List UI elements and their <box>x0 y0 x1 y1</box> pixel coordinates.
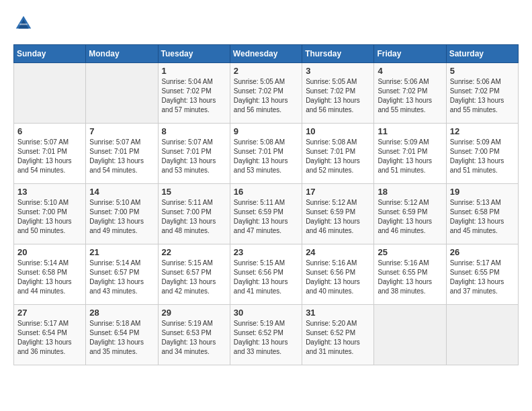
day-number: 12 <box>450 126 515 136</box>
day-info: Sunrise: 5:16 AM Sunset: 6:56 PM Dayligh… <box>306 259 370 296</box>
day-info: Sunrise: 5:07 AM Sunset: 7:01 PM Dayligh… <box>17 138 82 175</box>
calendar-cell: 9Sunrise: 5:08 AM Sunset: 7:01 PM Daylig… <box>230 124 302 184</box>
calendar-cell: 24Sunrise: 5:16 AM Sunset: 6:56 PM Dayli… <box>302 244 374 305</box>
day-number: 18 <box>378 187 442 197</box>
day-info: Sunrise: 5:19 AM Sunset: 6:53 PM Dayligh… <box>162 319 226 357</box>
calendar-week-row: 13Sunrise: 5:10 AM Sunset: 7:00 PM Dayli… <box>14 184 519 244</box>
logo-icon <box>13 13 34 34</box>
day-number: 6 <box>17 126 82 136</box>
calendar-cell: 15Sunrise: 5:11 AM Sunset: 7:00 PM Dayli… <box>158 184 230 244</box>
day-number: 14 <box>89 187 154 197</box>
day-number: 1 <box>162 66 226 76</box>
day-number: 9 <box>234 126 298 136</box>
calendar-cell: 27Sunrise: 5:17 AM Sunset: 6:54 PM Dayli… <box>14 305 86 365</box>
day-number: 19 <box>450 187 515 197</box>
day-info: Sunrise: 5:06 AM Sunset: 7:02 PM Dayligh… <box>378 77 442 115</box>
calendar-cell: 19Sunrise: 5:13 AM Sunset: 6:58 PM Dayli… <box>446 184 518 244</box>
calendar-cell: 28Sunrise: 5:18 AM Sunset: 6:54 PM Dayli… <box>86 305 158 365</box>
weekday-header-thursday: Thursday <box>302 45 374 63</box>
calendar-cell: 10Sunrise: 5:08 AM Sunset: 7:01 PM Dayli… <box>302 124 374 184</box>
day-info: Sunrise: 5:05 AM Sunset: 7:02 PM Dayligh… <box>234 77 298 115</box>
day-number: 2 <box>234 66 298 76</box>
day-info: Sunrise: 5:16 AM Sunset: 6:55 PM Dayligh… <box>378 259 442 296</box>
day-info: Sunrise: 5:14 AM Sunset: 6:58 PM Dayligh… <box>17 259 82 296</box>
day-info: Sunrise: 5:11 AM Sunset: 7:00 PM Dayligh… <box>162 198 226 236</box>
calendar-week-row: 27Sunrise: 5:17 AM Sunset: 6:54 PM Dayli… <box>14 305 519 365</box>
day-number: 3 <box>306 66 370 76</box>
day-number: 28 <box>89 308 154 318</box>
weekday-header-monday: Monday <box>86 45 158 63</box>
weekday-header-friday: Friday <box>374 45 446 63</box>
weekday-header-row: SundayMondayTuesdayWednesdayThursdayFrid… <box>14 45 519 63</box>
calendar-cell: 5Sunrise: 5:06 AM Sunset: 7:02 PM Daylig… <box>446 63 518 124</box>
calendar-cell: 8Sunrise: 5:07 AM Sunset: 7:01 PM Daylig… <box>158 124 230 184</box>
calendar-cell: 20Sunrise: 5:14 AM Sunset: 6:58 PM Dayli… <box>14 244 86 305</box>
day-number: 31 <box>306 308 370 318</box>
weekday-header-tuesday: Tuesday <box>158 45 230 63</box>
day-info: Sunrise: 5:18 AM Sunset: 6:54 PM Dayligh… <box>89 319 154 357</box>
calendar-cell: 31Sunrise: 5:20 AM Sunset: 6:52 PM Dayli… <box>302 305 374 365</box>
day-info: Sunrise: 5:14 AM Sunset: 6:57 PM Dayligh… <box>89 259 154 296</box>
calendar-cell: 7Sunrise: 5:07 AM Sunset: 7:01 PM Daylig… <box>86 124 158 184</box>
weekday-header-sunday: Sunday <box>14 45 86 63</box>
day-info: Sunrise: 5:17 AM Sunset: 6:54 PM Dayligh… <box>17 319 82 357</box>
day-number: 29 <box>162 308 226 318</box>
calendar-cell: 23Sunrise: 5:15 AM Sunset: 6:56 PM Dayli… <box>230 244 302 305</box>
day-number: 4 <box>378 66 442 76</box>
calendar-cell <box>374 305 446 365</box>
day-number: 15 <box>162 187 226 197</box>
calendar-cell: 21Sunrise: 5:14 AM Sunset: 6:57 PM Dayli… <box>86 244 158 305</box>
calendar-cell: 11Sunrise: 5:09 AM Sunset: 7:01 PM Dayli… <box>374 124 446 184</box>
page-header <box>13 13 519 34</box>
day-info: Sunrise: 5:04 AM Sunset: 7:02 PM Dayligh… <box>162 77 226 115</box>
day-number: 10 <box>306 126 370 136</box>
day-info: Sunrise: 5:13 AM Sunset: 6:58 PM Dayligh… <box>450 198 515 236</box>
calendar-week-row: 20Sunrise: 5:14 AM Sunset: 6:58 PM Dayli… <box>14 244 519 305</box>
calendar-cell: 16Sunrise: 5:11 AM Sunset: 6:59 PM Dayli… <box>230 184 302 244</box>
calendar-cell <box>86 63 158 124</box>
day-number: 11 <box>378 126 442 136</box>
day-number: 26 <box>450 247 515 257</box>
day-number: 24 <box>306 247 370 257</box>
day-number: 21 <box>89 247 154 257</box>
calendar-cell: 22Sunrise: 5:15 AM Sunset: 6:57 PM Dayli… <box>158 244 230 305</box>
day-number: 16 <box>234 187 298 197</box>
day-number: 27 <box>17 308 82 318</box>
calendar-table: SundayMondayTuesdayWednesdayThursdayFrid… <box>13 44 519 365</box>
day-info: Sunrise: 5:10 AM Sunset: 7:00 PM Dayligh… <box>89 198 154 236</box>
day-number: 30 <box>234 308 298 318</box>
day-info: Sunrise: 5:10 AM Sunset: 7:00 PM Dayligh… <box>17 198 82 236</box>
day-number: 8 <box>162 126 226 136</box>
calendar-cell <box>14 63 86 124</box>
svg-rect-2 <box>19 24 28 25</box>
calendar-cell: 30Sunrise: 5:19 AM Sunset: 6:52 PM Dayli… <box>230 305 302 365</box>
day-info: Sunrise: 5:08 AM Sunset: 7:01 PM Dayligh… <box>306 138 370 175</box>
day-info: Sunrise: 5:20 AM Sunset: 6:52 PM Dayligh… <box>306 319 370 357</box>
day-info: Sunrise: 5:09 AM Sunset: 7:00 PM Dayligh… <box>450 138 515 175</box>
calendar-cell: 2Sunrise: 5:05 AM Sunset: 7:02 PM Daylig… <box>230 63 302 124</box>
weekday-header-saturday: Saturday <box>446 45 518 63</box>
calendar-cell: 3Sunrise: 5:05 AM Sunset: 7:02 PM Daylig… <box>302 63 374 124</box>
calendar-cell: 12Sunrise: 5:09 AM Sunset: 7:00 PM Dayli… <box>446 124 518 184</box>
day-info: Sunrise: 5:12 AM Sunset: 6:59 PM Dayligh… <box>306 198 370 236</box>
calendar-week-row: 1Sunrise: 5:04 AM Sunset: 7:02 PM Daylig… <box>14 63 519 124</box>
day-info: Sunrise: 5:09 AM Sunset: 7:01 PM Dayligh… <box>378 138 442 175</box>
calendar-cell <box>446 305 518 365</box>
day-info: Sunrise: 5:06 AM Sunset: 7:02 PM Dayligh… <box>450 77 515 115</box>
logo <box>13 13 35 34</box>
calendar-cell: 25Sunrise: 5:16 AM Sunset: 6:55 PM Dayli… <box>374 244 446 305</box>
day-number: 7 <box>89 126 154 136</box>
calendar-cell: 6Sunrise: 5:07 AM Sunset: 7:01 PM Daylig… <box>14 124 86 184</box>
day-info: Sunrise: 5:08 AM Sunset: 7:01 PM Dayligh… <box>234 138 298 175</box>
day-info: Sunrise: 5:07 AM Sunset: 7:01 PM Dayligh… <box>162 138 226 175</box>
day-number: 5 <box>450 66 515 76</box>
calendar-cell: 14Sunrise: 5:10 AM Sunset: 7:00 PM Dayli… <box>86 184 158 244</box>
calendar-cell: 1Sunrise: 5:04 AM Sunset: 7:02 PM Daylig… <box>158 63 230 124</box>
day-number: 22 <box>162 247 226 257</box>
day-info: Sunrise: 5:19 AM Sunset: 6:52 PM Dayligh… <box>234 319 298 357</box>
day-info: Sunrise: 5:15 AM Sunset: 6:57 PM Dayligh… <box>162 259 226 296</box>
day-info: Sunrise: 5:07 AM Sunset: 7:01 PM Dayligh… <box>89 138 154 175</box>
calendar-cell: 17Sunrise: 5:12 AM Sunset: 6:59 PM Dayli… <box>302 184 374 244</box>
day-info: Sunrise: 5:15 AM Sunset: 6:56 PM Dayligh… <box>234 259 298 296</box>
day-number: 17 <box>306 187 370 197</box>
